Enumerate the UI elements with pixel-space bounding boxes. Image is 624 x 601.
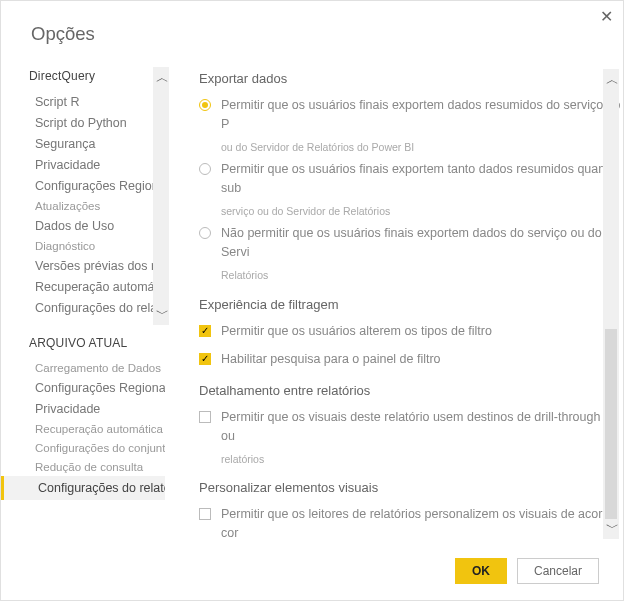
close-icon[interactable]: ✕: [600, 7, 613, 26]
radio-sublabel: serviço ou do Servidor de Relatórios: [221, 204, 623, 219]
chevron-down-icon[interactable]: ﹀: [606, 519, 619, 537]
content-scrollbar[interactable]: ︿ ﹀: [603, 69, 619, 539]
radio-label: Não permitir que os usuários finais expo…: [221, 224, 623, 262]
nav-script-python[interactable]: Script do Python: [35, 112, 165, 133]
section-drill-through: Detalhamento entre relatórios: [199, 383, 623, 398]
nav-privacidade[interactable]: Privacidade: [35, 154, 165, 175]
section-filter-experience: Experiência de filtragem: [199, 297, 623, 312]
checkbox-personalize-visuals[interactable]: [199, 508, 211, 520]
sidebar-scrollbar[interactable]: ︿ ﹀: [153, 67, 169, 325]
radio-label: Permitir que os usuários finais exportem…: [221, 160, 623, 198]
section-personalize-visuals: Personalizar elementos visuais: [199, 480, 623, 495]
checkbox-drill-through[interactable]: [199, 411, 211, 423]
nav-dados-uso[interactable]: Dados de Uso: [35, 215, 165, 236]
radio-export-both[interactable]: [199, 163, 211, 175]
content-pane: ︿ ﹀ Exportar dados Permitir que os usuár…: [169, 67, 623, 548]
nav-config-relatorio[interactable]: Configurações do relatório: [35, 297, 165, 318]
radio-sublabel: Relatórios: [221, 268, 623, 283]
nav-seguranca[interactable]: Segurança: [35, 133, 165, 154]
sidebar-category-arquivo: ARQUIVO ATUAL: [29, 336, 165, 350]
checkbox-label: Permitir que os visuais deste relatório …: [221, 408, 623, 446]
nav-recuperacao-auto-2[interactable]: Recuperação automática: [35, 419, 165, 438]
nav-config-dados-publicado[interactable]: Configurações do conjunto de dados publi…: [35, 438, 165, 457]
nav-config-regionais[interactable]: Configurações Regionais: [35, 175, 165, 196]
cancel-button[interactable]: Cancelar: [517, 558, 599, 584]
nav-reducao-consulta[interactable]: Redução de consulta: [35, 457, 165, 476]
nav-recuperacao-auto[interactable]: Recuperação automática: [35, 276, 165, 297]
chevron-up-icon[interactable]: ︿: [606, 71, 619, 89]
nav-script-r[interactable]: Script R: [35, 91, 165, 112]
checkbox-label: Permitir que os leitores de relatórios p…: [221, 505, 623, 543]
nav-privacidade-2[interactable]: Privacidade: [35, 398, 165, 419]
dialog-footer: OK Cancelar: [1, 548, 623, 600]
dialog-title: Opções: [1, 1, 623, 67]
nav-atualizacoes[interactable]: Atualizações: [35, 196, 165, 215]
radio-sublabel: ou do Servidor de Relatórios do Power BI: [221, 140, 623, 155]
nav-versoes-previas[interactable]: Versões prévias dos recursos: [35, 255, 165, 276]
nav-carregamento-dados[interactable]: Carregamento de Dados: [35, 358, 165, 377]
nav-config-regionais-2[interactable]: Configurações Regionais: [35, 377, 165, 398]
nav-config-relatorio-2[interactable]: Configurações do relatório: [1, 476, 165, 500]
section-export-data: Exportar dados: [199, 71, 623, 86]
chevron-down-icon[interactable]: ﹀: [156, 305, 169, 323]
sidebar-category-directquery: DirectQuery: [29, 69, 165, 83]
chevron-up-icon[interactable]: ︿: [156, 69, 169, 87]
radio-export-none[interactable]: [199, 227, 211, 239]
checkbox-label: Habilitar pesquisa para o painel de filt…: [221, 350, 441, 369]
radio-label: Permitir que os usuários finais exportem…: [221, 96, 623, 134]
nav-diagnostico[interactable]: Diagnóstico: [35, 236, 165, 255]
ok-button[interactable]: OK: [455, 558, 507, 584]
sidebar: ︿ ﹀ DirectQuery Script R Script do Pytho…: [1, 67, 169, 548]
checkbox-filter-types[interactable]: [199, 325, 211, 337]
radio-export-summary[interactable]: [199, 99, 211, 111]
checkbox-label: Permitir que os usuários alterem os tipo…: [221, 322, 492, 341]
checkbox-sublabel: relatórios: [221, 452, 623, 467]
scrollbar-thumb[interactable]: [605, 329, 617, 519]
checkbox-filter-search[interactable]: [199, 353, 211, 365]
